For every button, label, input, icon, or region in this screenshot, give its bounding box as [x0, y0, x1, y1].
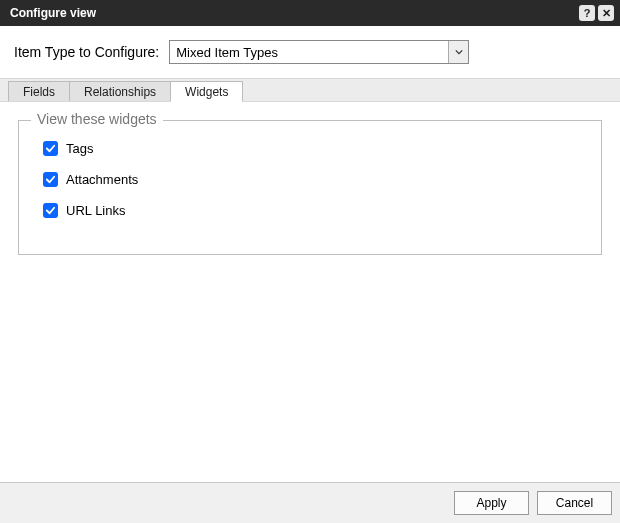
tab-label: Widgets — [185, 85, 228, 99]
checkbox-attachments[interactable] — [43, 172, 58, 187]
help-button[interactable]: ? — [579, 5, 595, 21]
chevron-down-icon — [448, 41, 468, 63]
tabpanel-widgets: View these widgets Tags Attachments — [0, 102, 620, 482]
cancel-button[interactable]: Cancel — [537, 491, 612, 515]
dialog-footer: Apply Cancel — [0, 483, 620, 523]
checkbox-label: URL Links — [66, 203, 125, 218]
content-area: Item Type to Configure: Mixed Item Types… — [0, 26, 620, 483]
check-icon — [45, 143, 56, 154]
close-icon: ✕ — [602, 7, 611, 20]
help-icon: ? — [584, 7, 591, 19]
tabbar: Fields Relationships Widgets — [0, 78, 620, 102]
titlebar-buttons: ? ✕ — [579, 5, 614, 21]
apply-button[interactable]: Apply — [454, 491, 529, 515]
close-button[interactable]: ✕ — [598, 5, 614, 21]
dialog-title: Configure view — [10, 6, 579, 20]
tab-label: Fields — [23, 85, 55, 99]
itemtype-select[interactable]: Mixed Item Types — [169, 40, 469, 64]
widget-row-attachments: Attachments — [43, 172, 577, 187]
checkbox-urllinks[interactable] — [43, 203, 58, 218]
titlebar: Configure view ? ✕ — [0, 0, 620, 26]
tab-label: Relationships — [84, 85, 156, 99]
check-icon — [45, 174, 56, 185]
fieldset-legend: View these widgets — [31, 111, 163, 127]
check-icon — [45, 205, 56, 216]
itemtype-row: Item Type to Configure: Mixed Item Types — [0, 26, 620, 78]
widgets-fieldset: View these widgets Tags Attachments — [18, 120, 602, 255]
widget-row-urllinks: URL Links — [43, 203, 577, 218]
widget-row-tags: Tags — [43, 141, 577, 156]
checkbox-label: Attachments — [66, 172, 138, 187]
checkbox-label: Tags — [66, 141, 93, 156]
itemtype-selected-value: Mixed Item Types — [170, 45, 448, 60]
tab-widgets[interactable]: Widgets — [171, 81, 243, 102]
tab-fields[interactable]: Fields — [8, 81, 70, 101]
checkbox-tags[interactable] — [43, 141, 58, 156]
configure-view-dialog: Configure view ? ✕ Item Type to Configur… — [0, 0, 620, 523]
tab-relationships[interactable]: Relationships — [70, 81, 171, 101]
itemtype-label: Item Type to Configure: — [14, 44, 159, 60]
